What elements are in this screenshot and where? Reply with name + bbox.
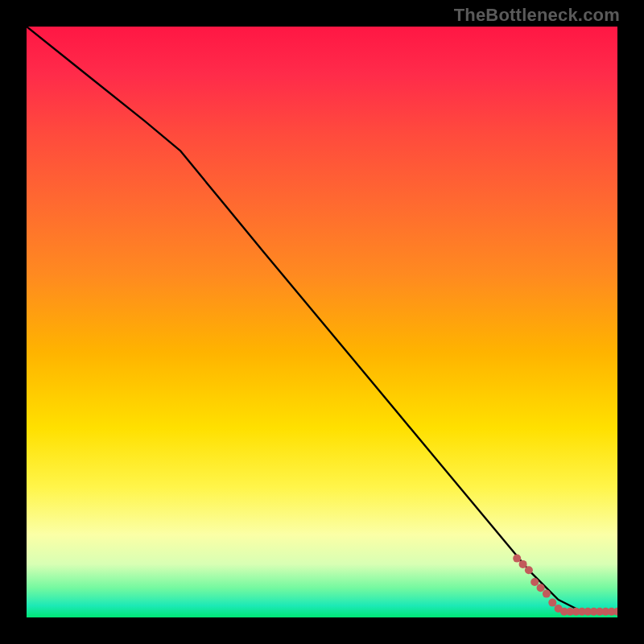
plot-area xyxy=(27,27,617,617)
chart-canvas: TheBottleneck.com xyxy=(0,0,644,644)
watermark-text: TheBottleneck.com xyxy=(454,5,620,26)
